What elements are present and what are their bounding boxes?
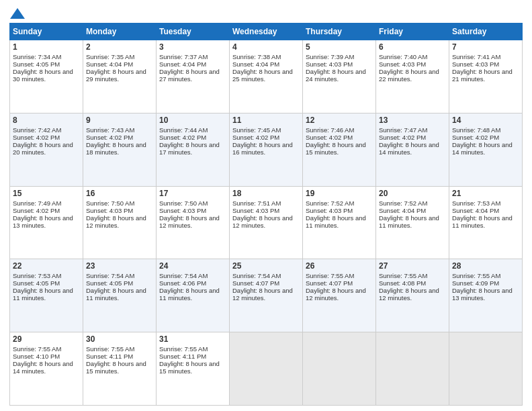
calendar-cell: 15Sunrise: 7:49 AMSunset: 4:02 PMDayligh… [10,186,83,259]
calendar-body: 1Sunrise: 7:34 AMSunset: 4:05 PMDaylight… [10,40,523,406]
calendar-day-header: Saturday [449,24,523,40]
calendar-cell: 3Sunrise: 7:37 AMSunset: 4:04 PMDaylight… [157,40,230,113]
sunset-text: Sunset: 4:04 PM [379,207,446,214]
daylight-text: Daylight: 8 hours and 12 minutes. [379,287,446,302]
sunset-text: Sunset: 4:06 PM [159,279,226,287]
calendar-cell: 18Sunrise: 7:51 AMSunset: 4:03 PMDayligh… [230,186,303,259]
calendar-cell: 19Sunrise: 7:52 AMSunset: 4:03 PMDayligh… [303,186,376,259]
daylight-text: Daylight: 8 hours and 11 minutes. [13,287,80,302]
sunrise-text: Sunrise: 7:53 AM [13,272,80,279]
calendar-cell: 2Sunrise: 7:35 AMSunset: 4:04 PMDaylight… [83,40,157,113]
daylight-text: Daylight: 8 hours and 17 minutes. [159,141,226,156]
sunrise-text: Sunrise: 7:42 AM [13,126,80,134]
calendar-cell: 14Sunrise: 7:48 AMSunset: 4:02 PMDayligh… [449,113,523,186]
calendar-cell: 31Sunrise: 7:55 AMSunset: 4:11 PMDayligh… [157,332,230,406]
calendar-cell: 12Sunrise: 7:46 AMSunset: 4:02 PMDayligh… [303,113,376,186]
logo [9,7,26,19]
sunrise-text: Sunrise: 7:55 AM [452,272,519,279]
sunset-text: Sunset: 4:02 PM [13,207,80,214]
day-number: 23 [86,261,153,271]
calendar-week-row: 22Sunrise: 7:53 AMSunset: 4:05 PMDayligh… [10,259,523,332]
day-number: 17 [159,189,226,198]
calendar-cell: 8Sunrise: 7:42 AMSunset: 4:02 PMDaylight… [10,113,83,186]
calendar-header-row: SundayMondayTuesdayWednesdayThursdayFrid… [10,24,523,40]
sunrise-text: Sunrise: 7:55 AM [306,272,373,279]
calendar-cell: 22Sunrise: 7:53 AMSunset: 4:05 PMDayligh… [10,259,83,332]
daylight-text: Daylight: 8 hours and 29 minutes. [86,68,153,83]
daylight-text: Daylight: 8 hours and 16 minutes. [232,141,300,156]
daylight-text: Daylight: 8 hours and 14 minutes. [13,360,80,375]
sunset-text: Sunset: 4:07 PM [232,279,300,287]
sunrise-text: Sunrise: 7:48 AM [452,126,519,134]
day-number: 26 [306,261,373,271]
sunset-text: Sunset: 4:11 PM [159,353,226,360]
calendar-cell [449,332,523,406]
sunrise-text: Sunrise: 7:52 AM [306,199,373,207]
sunrise-text: Sunrise: 7:39 AM [306,53,373,60]
sunrise-text: Sunrise: 7:35 AM [86,53,153,60]
sunset-text: Sunset: 4:02 PM [452,134,519,141]
day-number: 4 [232,42,300,52]
sunset-text: Sunset: 4:02 PM [86,134,153,141]
sunrise-text: Sunrise: 7:47 AM [379,126,446,134]
day-number: 18 [232,189,300,198]
day-number: 6 [379,42,446,52]
day-number: 2 [86,42,153,52]
day-number: 14 [452,116,519,125]
sunset-text: Sunset: 4:04 PM [232,60,300,68]
sunrise-text: Sunrise: 7:50 AM [159,199,226,207]
sunrise-text: Sunrise: 7:46 AM [306,126,373,134]
day-number: 21 [452,189,519,198]
calendar-cell: 20Sunrise: 7:52 AMSunset: 4:04 PMDayligh… [376,186,449,259]
daylight-text: Daylight: 8 hours and 21 minutes. [452,68,519,83]
sunset-text: Sunset: 4:04 PM [159,60,226,68]
calendar-cell: 16Sunrise: 7:50 AMSunset: 4:03 PMDayligh… [83,186,157,259]
sunrise-text: Sunrise: 7:37 AM [159,53,226,60]
calendar-cell: 5Sunrise: 7:39 AMSunset: 4:03 PMDaylight… [303,40,376,113]
sunset-text: Sunset: 4:03 PM [159,207,226,214]
calendar-cell: 1Sunrise: 7:34 AMSunset: 4:05 PMDaylight… [10,40,83,113]
sunrise-text: Sunrise: 7:55 AM [379,272,446,279]
sunset-text: Sunset: 4:02 PM [379,134,446,141]
calendar-day-header: Wednesday [230,24,303,40]
sunset-text: Sunset: 4:03 PM [306,207,373,214]
day-number: 12 [306,116,373,125]
sunset-text: Sunset: 4:03 PM [379,60,446,68]
daylight-text: Daylight: 8 hours and 12 minutes. [159,214,226,229]
calendar-day-header: Tuesday [157,24,230,40]
sunset-text: Sunset: 4:04 PM [452,207,519,214]
sunset-text: Sunset: 4:03 PM [86,207,153,214]
sunset-text: Sunset: 4:10 PM [13,353,80,360]
daylight-text: Daylight: 8 hours and 15 minutes. [306,141,373,156]
page: SundayMondayTuesdayWednesdayThursdayFrid… [0,0,532,411]
sunrise-text: Sunrise: 7:38 AM [232,53,300,60]
day-number: 19 [306,189,373,198]
daylight-text: Daylight: 8 hours and 14 minutes. [452,141,519,156]
day-number: 1 [13,42,80,52]
calendar-cell: 10Sunrise: 7:44 AMSunset: 4:02 PMDayligh… [157,113,230,186]
calendar-day-header: Monday [83,24,157,40]
daylight-text: Daylight: 8 hours and 12 minutes. [306,287,373,302]
sunrise-text: Sunrise: 7:54 AM [86,272,153,279]
daylight-text: Daylight: 8 hours and 20 minutes. [13,141,80,156]
calendar-cell: 7Sunrise: 7:41 AMSunset: 4:03 PMDaylight… [449,40,523,113]
day-number: 13 [379,116,446,125]
daylight-text: Daylight: 8 hours and 12 minutes. [232,214,300,229]
daylight-text: Daylight: 8 hours and 15 minutes. [86,360,153,375]
calendar-cell: 21Sunrise: 7:53 AMSunset: 4:04 PMDayligh… [449,186,523,259]
calendar-day-header: Friday [376,24,449,40]
sunset-text: Sunset: 4:03 PM [232,207,300,214]
calendar-cell: 9Sunrise: 7:43 AMSunset: 4:02 PMDaylight… [83,113,157,186]
calendar-week-row: 8Sunrise: 7:42 AMSunset: 4:02 PMDaylight… [10,113,523,186]
daylight-text: Daylight: 8 hours and 12 minutes. [86,214,153,229]
day-number: 28 [452,261,519,271]
calendar-cell: 29Sunrise: 7:55 AMSunset: 4:10 PMDayligh… [10,332,83,406]
daylight-text: Daylight: 8 hours and 14 minutes. [379,141,446,156]
day-number: 24 [159,261,226,271]
day-number: 20 [379,189,446,198]
sunset-text: Sunset: 4:07 PM [306,279,373,287]
sunset-text: Sunset: 4:04 PM [86,60,153,68]
sunrise-text: Sunrise: 7:51 AM [232,199,300,207]
daylight-text: Daylight: 8 hours and 11 minutes. [86,287,153,302]
calendar-cell [230,332,303,406]
